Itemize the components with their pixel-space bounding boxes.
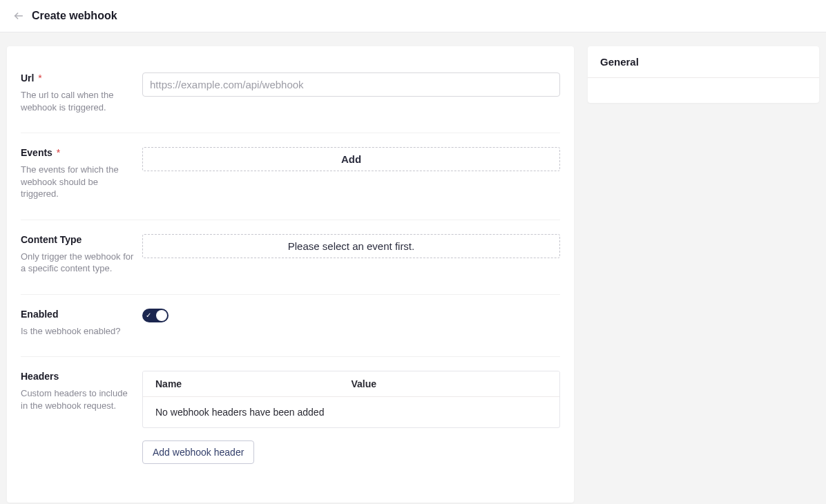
headers-col-value: Value (352, 378, 548, 389)
content-type-description: Only trigger the webhook for a specific … (21, 251, 135, 275)
headers-empty-text: No webhook headers have been added (143, 397, 559, 427)
url-label: Url (21, 72, 34, 84)
form-row-enabled: Enabled Is the webhook enabled? ✓ (21, 295, 560, 358)
enabled-label: Enabled (21, 309, 58, 320)
form-row-content-type: Content Type Only trigger the webhook fo… (21, 220, 560, 295)
add-event-button[interactable]: Add (142, 147, 560, 171)
back-arrow-icon[interactable] (12, 10, 25, 22)
content-type-label: Content Type (21, 234, 81, 245)
side-card-body (588, 78, 819, 103)
headers-label: Headers (21, 371, 59, 382)
events-description: The events for which the webhook should … (21, 164, 135, 200)
events-required-mark: * (57, 147, 60, 158)
headers-table: Name Value No webhook headers have been … (142, 371, 560, 428)
top-bar: Create webhook (0, 0, 826, 32)
headers-col-name: Name (155, 378, 352, 389)
events-label: Events (21, 147, 52, 158)
side-card-title: General (588, 46, 819, 78)
form-row-url: Url * The url to call when the webhook i… (21, 59, 560, 133)
side-card-general: General (588, 46, 819, 103)
toggle-knob (156, 310, 167, 321)
check-icon: ✓ (146, 311, 151, 320)
enabled-toggle[interactable]: ✓ (142, 309, 169, 322)
headers-description: Custom headers to include in the webhook… (21, 387, 135, 411)
main-form-card: Url * The url to call when the webhook i… (7, 46, 574, 503)
headers-table-head: Name Value (143, 371, 559, 397)
page-title: Create webhook (32, 10, 117, 22)
content-type-placeholder: Please select an event first. (142, 234, 560, 258)
url-input[interactable] (142, 72, 560, 97)
add-webhook-header-button[interactable]: Add webhook header (142, 440, 254, 464)
enabled-description: Is the webhook enabled? (21, 325, 135, 338)
form-row-headers: Headers Custom headers to include in the… (21, 357, 560, 483)
url-description: The url to call when the webhook is trig… (21, 89, 135, 113)
form-row-events: Events * The events for which the webhoo… (21, 133, 560, 220)
url-required-mark: * (38, 72, 41, 84)
